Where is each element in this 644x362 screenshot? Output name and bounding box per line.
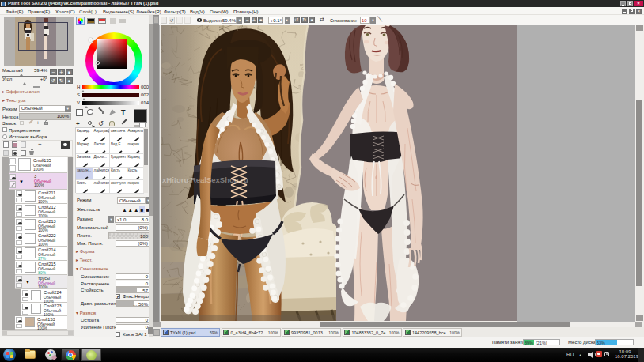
svg-text:xHituru RealSexShop.ru: xHituru RealSexShop.ru bbox=[162, 175, 248, 184]
